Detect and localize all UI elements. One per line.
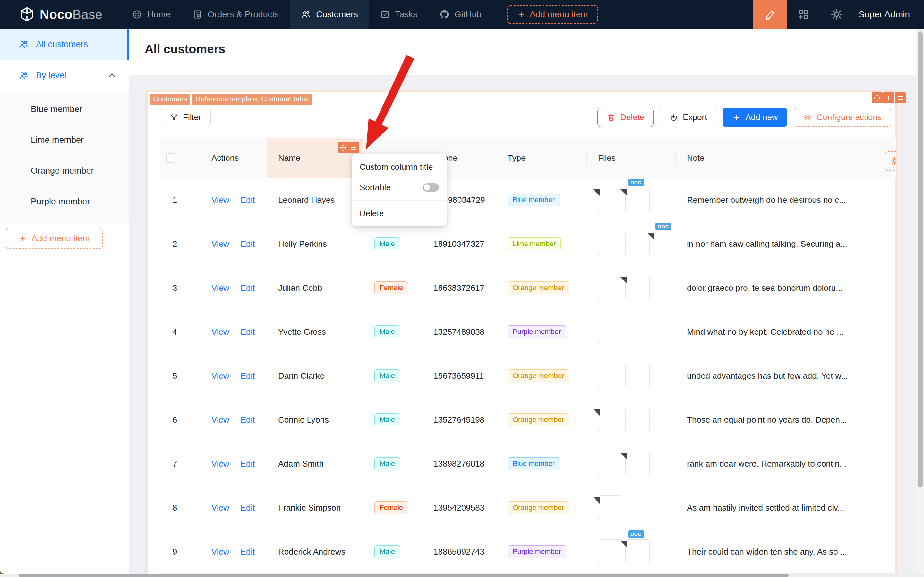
cell-name: Holly Perkins [267, 222, 363, 266]
column-drag-handle-icon[interactable] [338, 142, 348, 153]
nocobase-logo: NocoBase [19, 6, 102, 23]
column-header-type[interactable]: Type [496, 138, 586, 178]
row-index: 2 [160, 222, 190, 266]
view-link[interactable]: View [211, 195, 229, 205]
filter-button[interactable]: Filter [160, 108, 211, 127]
edit-link[interactable]: Edit [241, 239, 255, 249]
configure-actions-button[interactable]: Configure actions [794, 108, 891, 127]
view-link[interactable]: View [211, 239, 229, 249]
drag-handle-icon[interactable] [872, 92, 883, 103]
nav-item-label: GitHub [455, 10, 481, 19]
table-row: 9View|EditRoderick AndrewsMale1886509274… [160, 530, 896, 574]
github-icon [439, 9, 449, 19]
row-index: 6 [160, 398, 190, 442]
row-actions: View|Edit [190, 310, 267, 354]
pdf-file-icon[interactable] [598, 495, 622, 520]
vertical-scrollbar-thumb[interactable] [918, 31, 923, 487]
ui-editor-button[interactable] [753, 0, 787, 29]
cell-gender: Female [363, 486, 422, 530]
image-file-thumbnail[interactable] [598, 232, 622, 256]
edit-link[interactable]: Edit [241, 503, 255, 513]
pdf-file-icon[interactable] [598, 408, 622, 432]
image-file-thumbnail[interactable] [625, 232, 650, 256]
export-button[interactable]: Export [660, 108, 716, 127]
edit-link[interactable]: Edit [241, 459, 255, 469]
view-link[interactable]: View [211, 283, 229, 293]
member-type-tag: Purple member [507, 545, 566, 558]
edit-link[interactable]: Edit [241, 327, 255, 337]
edit-link[interactable]: Edit [241, 415, 255, 425]
cell-phone: 13898276018 [422, 442, 496, 485]
edit-link[interactable]: Edit [241, 371, 255, 381]
sidebar-item-all-customers[interactable]: All customers [0, 29, 129, 60]
menu-item-sortable[interactable]: Sortable [352, 177, 447, 198]
menu-item-delete[interactable]: Delete [352, 203, 447, 224]
sortable-toggle[interactable] [423, 183, 439, 192]
gear-icon [803, 113, 812, 122]
view-link[interactable]: View [211, 503, 229, 513]
pdf-file-icon[interactable] [598, 188, 622, 212]
orders-icon [192, 9, 203, 19]
image-file-thumbnail[interactable] [598, 320, 622, 344]
select-all-checkbox[interactable] [166, 153, 175, 163]
edit-link[interactable]: Edit [241, 195, 255, 205]
nav-item-label: Tasks [395, 10, 417, 19]
cell-files [586, 398, 675, 442]
plugin-manager-button[interactable] [787, 0, 820, 29]
gender-tag: Male [374, 545, 400, 558]
column-header-actions[interactable]: Actions [190, 138, 267, 178]
view-link[interactable]: View [211, 547, 229, 557]
sidebar-item-blue-member[interactable]: Blue member [0, 94, 129, 124]
horizontal-scrollbar-thumb[interactable] [19, 574, 789, 577]
image-file-thumbnail[interactable] [625, 408, 650, 432]
delete-button[interactable]: Delete [597, 108, 654, 127]
image-file-thumbnail[interactable] [625, 364, 650, 388]
sidebar-item-by-level[interactable]: By level [0, 60, 129, 91]
edit-link[interactable]: Edit [241, 283, 255, 293]
horizontal-scrollbar[interactable] [0, 574, 924, 577]
nav-item-tasks[interactable]: Tasks [369, 0, 428, 29]
grid-plus-icon [797, 8, 810, 21]
sidebar-item-purple-member[interactable]: Purple member [0, 186, 129, 217]
menu-item-custom-column-title[interactable]: Custom column title [352, 156, 447, 177]
nav-item-customers[interactable]: Customers [290, 0, 369, 29]
add-block-icon[interactable] [883, 92, 894, 103]
edit-link[interactable]: Edit [241, 547, 255, 557]
doc-file-icon[interactable]: DOC [625, 540, 650, 564]
table-row: 6View|EditConnie LyonsMale13527645198Ora… [160, 398, 896, 442]
view-link[interactable]: View [211, 371, 229, 381]
cell-name: Leonard Hayes [267, 178, 363, 222]
view-link[interactable]: View [211, 327, 229, 337]
sidebar-item-orange-member[interactable]: Orange member [0, 155, 129, 186]
doc-file-icon[interactable]: DOC [625, 188, 650, 212]
cell-type: Blue member [496, 178, 586, 222]
cell-note: in nor ham saw calling talking. Securing… [675, 222, 883, 266]
doc-file-icon[interactable]: DOC [653, 232, 675, 256]
column-header-files[interactable]: Files [586, 138, 675, 178]
nav-item-home[interactable]: Home [121, 0, 181, 29]
add-new-button[interactable]: Add new [723, 108, 787, 127]
view-link[interactable]: View [211, 459, 229, 469]
block-menu-icon[interactable] [895, 92, 906, 103]
row-actions: View|Edit [190, 398, 267, 442]
column-menu-icon[interactable] [348, 142, 359, 153]
nav-add-menu-item-button[interactable]: Add menu item [507, 5, 598, 24]
vertical-scrollbar[interactable] [916, 29, 924, 577]
configure-columns-button-clipped[interactable] [885, 151, 896, 171]
pdf-file-icon[interactable] [625, 276, 650, 300]
image-file-thumbnail[interactable] [598, 364, 622, 388]
member-type-tag: Orange member [507, 369, 569, 382]
settings-button[interactable] [820, 0, 853, 29]
view-link[interactable]: View [211, 415, 229, 425]
image-file-thumbnail[interactable] [598, 276, 622, 300]
nav-item-orders-products[interactable]: Orders & Products [181, 0, 290, 29]
sidebar-add-menu-item-button[interactable]: Add menu item [6, 228, 103, 249]
sidebar-item-lime-member[interactable]: Lime member [0, 124, 129, 155]
image-file-thumbnail[interactable] [598, 540, 622, 564]
column-header-note[interactable]: Note [675, 138, 883, 178]
nav-item-github[interactable]: GitHub [428, 0, 493, 29]
pdf-file-icon[interactable] [625, 451, 650, 476]
user-menu[interactable]: Super Admin [858, 9, 910, 19]
image-file-thumbnail[interactable] [598, 451, 622, 476]
cell-files: DOC [586, 222, 675, 266]
